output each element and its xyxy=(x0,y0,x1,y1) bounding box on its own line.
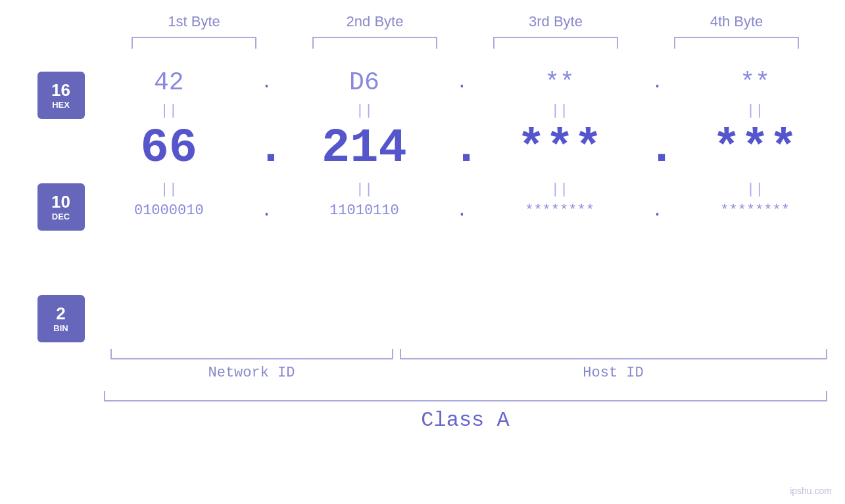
bracket-byte1 xyxy=(132,37,256,49)
byte1-header: 1st Byte xyxy=(128,13,260,30)
hex-byte4: ** xyxy=(689,68,821,97)
byte2-header: 2nd Byte xyxy=(309,13,441,30)
byte3-header: 3rd Byte xyxy=(490,13,621,30)
class-bracket-row xyxy=(104,391,827,401)
eq2-b3: || xyxy=(494,181,625,198)
bin-byte1: 01000010 xyxy=(103,202,235,219)
eq1-b1: || xyxy=(103,103,235,119)
data-rows: 42 . D6 . ** . ** || || xyxy=(92,62,845,221)
hex-byte2: D6 xyxy=(299,68,430,97)
dec-byte3: *** xyxy=(494,122,625,175)
byte-headers: 1st Byte 2nd Byte 3rd Byte 4th Byte xyxy=(104,13,827,37)
bin-dot3: . xyxy=(648,200,667,221)
equals-row-2: || || || || xyxy=(92,181,832,198)
hex-dot1: . xyxy=(256,72,276,93)
badges-column: 16 HEX 10 DEC 2 BIN xyxy=(0,62,92,342)
bin-byte2: 11010110 xyxy=(299,202,430,219)
eq1-b4: || xyxy=(689,103,821,119)
bin-byte4: ******** xyxy=(689,202,821,219)
dec-dot2: . xyxy=(452,122,471,175)
hex-dot2: . xyxy=(452,72,471,93)
dec-badge-label: DEC xyxy=(52,212,70,221)
hex-dot3: . xyxy=(648,72,667,93)
bin-badge: 2 BIN xyxy=(37,295,85,342)
bracket-byte4 xyxy=(674,37,799,49)
main-container: 1st Byte 2nd Byte 3rd Byte 4th Byte 16 H… xyxy=(0,0,845,504)
hex-byte3: ** xyxy=(494,68,625,97)
equals-row-1: || || || || xyxy=(92,103,832,119)
dec-byte4: *** xyxy=(689,122,821,175)
dec-byte2: 214 xyxy=(299,122,430,175)
hex-badge-label: HEX xyxy=(52,100,70,110)
bracket-byte3 xyxy=(493,37,618,49)
eq1-b3: || xyxy=(494,103,625,119)
class-label: Class A xyxy=(104,408,827,432)
host-id-bracket xyxy=(400,349,827,359)
eq1-b2: || xyxy=(299,103,430,119)
network-id-bracket xyxy=(110,349,393,359)
bin-badge-label: BIN xyxy=(53,323,68,333)
bin-byte3: ******** xyxy=(494,202,625,219)
eq2-b2: || xyxy=(299,181,430,198)
dec-badge: 10 DEC xyxy=(37,183,85,231)
hex-badge-number: 16 xyxy=(51,81,70,100)
hex-byte1: 42 xyxy=(103,68,235,97)
bin-badge-number: 2 xyxy=(56,304,65,323)
eq2-b1: || xyxy=(103,181,235,198)
main-data-area: 16 HEX 10 DEC 2 BIN 42 xyxy=(0,62,845,342)
hex-row: 42 . D6 . ** . ** xyxy=(92,68,832,97)
dec-dot1: . xyxy=(256,122,276,175)
bracket-byte2 xyxy=(312,37,437,49)
dec-dot3: . xyxy=(648,122,667,175)
dec-byte1: 66 xyxy=(103,122,235,175)
watermark: ipshu.com xyxy=(790,486,832,496)
hex-badge: 16 HEX xyxy=(37,72,85,119)
dec-row: 66 . 214 . *** . *** xyxy=(92,122,832,175)
bottom-brackets xyxy=(104,349,827,359)
network-id-label: Network ID xyxy=(110,365,393,381)
bin-dot1: . xyxy=(256,200,276,221)
id-labels: Network ID Host ID xyxy=(104,365,827,381)
dec-badge-number: 10 xyxy=(51,193,70,212)
byte4-header: 4th Byte xyxy=(671,13,802,30)
class-bracket xyxy=(104,391,827,401)
bin-row: 01000010 . 11010110 . ******** . *******… xyxy=(92,200,832,221)
eq2-b4: || xyxy=(689,181,821,198)
bin-dot2: . xyxy=(452,200,471,221)
host-id-label: Host ID xyxy=(400,365,827,381)
top-brackets xyxy=(104,37,827,49)
